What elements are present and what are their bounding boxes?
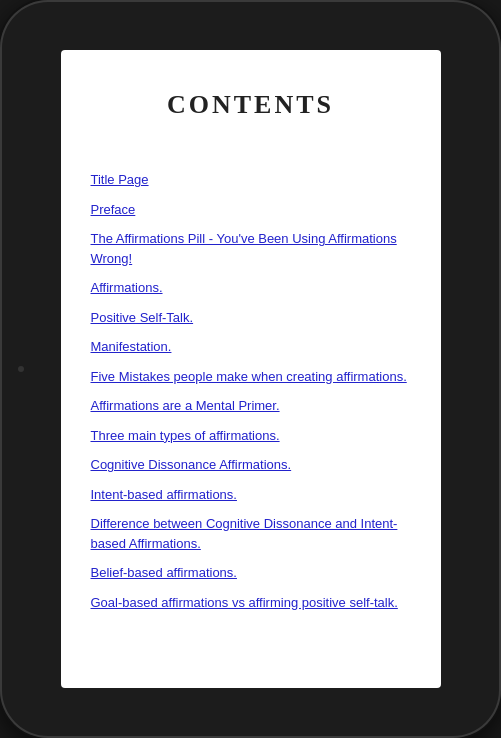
toc-item: The Affirmations Pill - You've Been Usin…	[91, 229, 411, 268]
toc-link-affirmations[interactable]: Affirmations.	[91, 280, 163, 295]
toc-item: Affirmations are a Mental Primer.	[91, 396, 411, 416]
page-title: CONTENTS	[167, 90, 334, 120]
toc-item: Positive Self-Talk.	[91, 308, 411, 328]
toc-link-cognitive-dissonance[interactable]: Cognitive Dissonance Affirmations.	[91, 457, 292, 472]
toc-item: Five Mistakes people make when creating …	[91, 367, 411, 387]
tablet-screen: CONTENTS Title PagePrefaceThe Affirmatio…	[61, 50, 441, 688]
toc-link-affirmations-pill[interactable]: The Affirmations Pill - You've Been Usin…	[91, 231, 397, 266]
toc-link-five-mistakes[interactable]: Five Mistakes people make when creating …	[91, 369, 407, 384]
toc-link-affirmations-mental-primer[interactable]: Affirmations are a Mental Primer.	[91, 398, 280, 413]
tablet-device: CONTENTS Title PagePrefaceThe Affirmatio…	[0, 0, 501, 738]
toc-item: Manifestation.	[91, 337, 411, 357]
toc-item: Difference between Cognitive Dissonance …	[91, 514, 411, 553]
toc-list: Title PagePrefaceThe Affirmations Pill -…	[91, 170, 411, 622]
toc-item: Goal-based affirmations vs affirming pos…	[91, 593, 411, 613]
toc-link-difference-cognitive-intent[interactable]: Difference between Cognitive Dissonance …	[91, 516, 398, 551]
toc-link-title-page[interactable]: Title Page	[91, 172, 149, 187]
toc-link-belief-based[interactable]: Belief-based affirmations.	[91, 565, 237, 580]
toc-item: Belief-based affirmations.	[91, 563, 411, 583]
toc-item: Affirmations.	[91, 278, 411, 298]
toc-item: Cognitive Dissonance Affirmations.	[91, 455, 411, 475]
toc-link-goal-based[interactable]: Goal-based affirmations vs affirming pos…	[91, 595, 398, 610]
toc-link-three-main-types[interactable]: Three main types of affirmations.	[91, 428, 280, 443]
toc-item: Intent-based affirmations.	[91, 485, 411, 505]
toc-item: Preface	[91, 200, 411, 220]
toc-link-positive-self-talk[interactable]: Positive Self-Talk.	[91, 310, 194, 325]
toc-link-intent-based[interactable]: Intent-based affirmations.	[91, 487, 237, 502]
toc-item: Title Page	[91, 170, 411, 190]
toc-link-preface[interactable]: Preface	[91, 202, 136, 217]
toc-item: Three main types of affirmations.	[91, 426, 411, 446]
toc-link-manifestation[interactable]: Manifestation.	[91, 339, 172, 354]
